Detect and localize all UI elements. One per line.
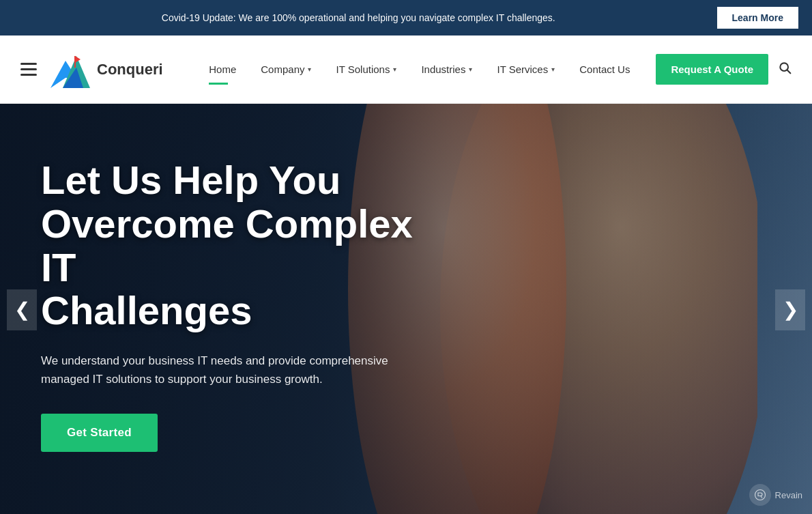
nav-item-company[interactable]: Company ▾	[248, 57, 323, 82]
hamburger-line-3	[20, 74, 37, 76]
svg-line-6	[787, 70, 791, 74]
nav-item-it-solutions[interactable]: IT Solutions ▾	[323, 57, 409, 82]
nav-link-contact-us[interactable]: Contact Us	[567, 57, 642, 82]
get-started-button[interactable]: Get Started	[41, 414, 158, 452]
chevron-down-icon: ▾	[551, 66, 555, 73]
nav-item-contact-us[interactable]: Contact Us	[567, 57, 642, 82]
hero-heading-line1: Let Us Help You	[41, 158, 340, 202]
search-icon	[778, 61, 792, 74]
hero-content: Let Us Help You Overcome Complex IT Chal…	[0, 104, 491, 506]
hero-heading-line2: Overcome Complex IT	[41, 201, 413, 289]
nav-link-it-solutions[interactable]: IT Solutions ▾	[323, 57, 409, 82]
hero-prev-arrow[interactable]: ❮	[7, 289, 37, 330]
nav-item-home[interactable]: Home	[197, 57, 248, 82]
hero-heading-line3: Challenges	[41, 288, 252, 332]
hero-section: ❮ Let Us Help You Overcome Complex IT Ch…	[0, 104, 812, 514]
navbar: Conqueri Home Company ▾ IT Solutions ▾ I…	[0, 35, 812, 104]
nav-link-home[interactable]: Home	[197, 57, 248, 82]
nav-item-industries[interactable]: Industries ▾	[409, 57, 484, 82]
logo-link[interactable]: Conqueri	[50, 51, 163, 88]
hero-next-arrow[interactable]: ❯	[775, 289, 805, 330]
banner-close-button[interactable]: ×	[790, 11, 798, 25]
top-banner: Covid-19 Update: We are 100% operational…	[0, 0, 812, 35]
nav-link-it-services[interactable]: IT Services ▾	[484, 57, 567, 82]
nav-item-it-services[interactable]: IT Services ▾	[484, 57, 567, 82]
svg-point-7	[755, 490, 765, 500]
svg-line-8	[760, 496, 762, 498]
hero-subtext: We understand your business IT needs and…	[41, 352, 409, 388]
nav-link-industries[interactable]: Industries ▾	[409, 57, 484, 82]
chevron-down-icon: ▾	[308, 66, 311, 73]
logo-text: Conqueri	[97, 61, 163, 78]
hamburger-line-2	[20, 68, 37, 70]
hamburger-line-1	[20, 63, 37, 65]
logo-icon	[50, 51, 91, 88]
learn-more-button[interactable]: Learn More	[717, 7, 798, 29]
nav-link-company[interactable]: Company ▾	[248, 57, 323, 82]
hamburger-menu[interactable]	[20, 63, 37, 76]
banner-text: Covid-19 Update: We are 100% operational…	[14, 12, 704, 23]
nav-links: Home Company ▾ IT Solutions ▾ Industries…	[197, 57, 642, 82]
revain-badge: Revain	[749, 484, 802, 506]
request-quote-button[interactable]: Request A Quote	[656, 54, 768, 85]
revain-icon	[749, 484, 771, 506]
chevron-down-icon: ▾	[393, 66, 396, 73]
hero-heading: Let Us Help You Overcome Complex IT Chal…	[41, 158, 450, 332]
chevron-down-icon: ▾	[469, 66, 472, 73]
search-button[interactable]	[778, 61, 792, 78]
revain-label: Revain	[775, 490, 802, 500]
